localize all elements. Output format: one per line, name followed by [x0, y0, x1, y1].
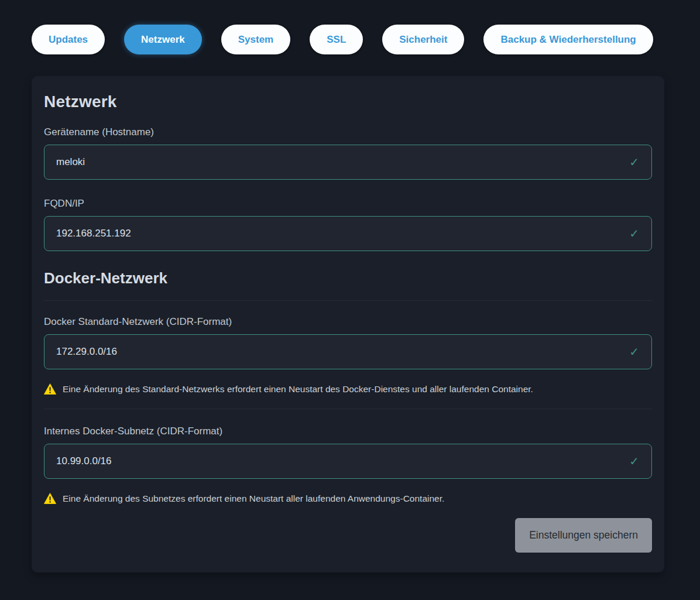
docker-section-title: Docker-Netzwerk: [44, 269, 652, 287]
fqdn-label: FQDN/IP: [44, 198, 652, 210]
docker-default-network-label: Docker Standard-Netzwerk (CIDR-Format): [44, 316, 652, 328]
warning-text: Eine Änderung des Standard-Netzwerks erf…: [63, 384, 533, 395]
warning-text: Eine Änderung des Subnetzes erfordert ei…: [63, 493, 444, 504]
docker-default-network-field-wrap: ✓: [44, 334, 652, 369]
network-settings-card: Netzwerk Gerätename (Hostname) ✓ FQDN/IP…: [32, 76, 664, 572]
panel-title: Netzwerk: [44, 92, 652, 111]
tab-ssl[interactable]: SSL: [310, 25, 363, 54]
settings-page: Updates Netzwerk System SSL Sicherheit B…: [0, 0, 700, 600]
warning-icon: [44, 383, 56, 395]
docker-default-network-warning: Eine Änderung des Standard-Netzwerks erf…: [44, 383, 652, 395]
tab-updates[interactable]: Updates: [32, 25, 105, 54]
tab-sicherheit[interactable]: Sicherheit: [382, 25, 464, 54]
section-divider: [44, 300, 652, 301]
docker-subnet-field-wrap: ✓: [44, 444, 652, 479]
settings-tabbar: Updates Netzwerk System SSL Sicherheit B…: [32, 25, 668, 54]
docker-subnet-warning: Eine Änderung des Subnetzes erfordert ei…: [44, 493, 652, 504]
actions-row: Einstellungen speichern: [44, 518, 652, 553]
docker-subnet-label: Internes Docker-Subnetz (CIDR-Format): [44, 426, 652, 437]
docker-subnet-input[interactable]: [44, 444, 652, 479]
tab-backup-wiederherstellung[interactable]: Backup & Wiederherstellung: [483, 25, 653, 54]
hostname-label: Gerätename (Hostname): [44, 126, 652, 138]
tab-system[interactable]: System: [221, 25, 290, 54]
fqdn-input[interactable]: [44, 216, 652, 251]
section-divider: [44, 409, 652, 409]
hostname-input[interactable]: [44, 145, 652, 180]
warning-icon: [44, 493, 56, 504]
docker-default-network-input[interactable]: [44, 334, 652, 369]
hostname-field-wrap: ✓: [44, 145, 652, 180]
save-settings-button[interactable]: Einstellungen speichern: [515, 518, 652, 553]
fqdn-field-wrap: ✓: [44, 216, 652, 251]
tab-netzwerk[interactable]: Netzwerk: [124, 25, 202, 54]
